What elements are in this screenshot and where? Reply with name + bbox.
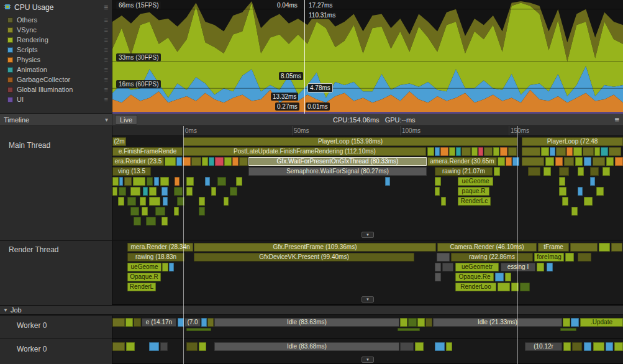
timeline-span-fragment[interactable] [522, 147, 540, 156]
timeline-span[interactable]: ueGeome [458, 177, 493, 186]
collapse-arrow-button[interactable]: ▼ [362, 357, 374, 363]
timeline-span[interactable]: Gfx.WaitForPresentOnGfxThread (80.33ms) [248, 157, 427, 166]
timeline-span-fragment[interactable] [506, 157, 512, 166]
timeline-span-fragment[interactable] [611, 243, 622, 252]
timeline-span[interactable]: essing I [501, 263, 535, 271]
legend-swatch-global-illumination[interactable] [7, 87, 13, 93]
timeline-span-fragment[interactable] [199, 197, 205, 206]
timeline-span-fragment[interactable] [142, 207, 148, 216]
timeline-span-fragment[interactable] [435, 187, 440, 196]
timeline-span-fragment[interactable] [169, 263, 174, 271]
timeline-span[interactable]: era.Render (23.5 [112, 157, 164, 166]
timeline-span[interactable]: amera.Render (30.65m [427, 157, 497, 166]
timeline-span-fragment[interactable] [415, 342, 424, 351]
legend-item-global-illumination[interactable]: Global Illumination≡ [0, 84, 112, 94]
timeline-span-fragment[interactable] [462, 147, 471, 156]
timeline-span-fragment[interactable] [112, 318, 125, 327]
timeline-span-fragment[interactable] [606, 157, 614, 166]
timeline-span-fragment[interactable] [127, 197, 136, 206]
timeline-span-fragment[interactable] [505, 273, 511, 281]
timeline-span-fragment[interactable] [160, 177, 169, 186]
timeline-span-fragment[interactable] [559, 167, 569, 176]
timeline-span-fragment[interactable] [614, 342, 623, 351]
chart-playhead[interactable] [304, 0, 305, 114]
timeline-span[interactable]: RenderLoo [455, 283, 496, 291]
timeline-span-fragment[interactable] [594, 147, 600, 156]
timeline-span-fragment[interactable] [590, 177, 595, 186]
timeline-span-fragment[interactable] [209, 157, 214, 166]
drag-handle-icon[interactable]: ≡ [104, 96, 108, 103]
timeline-span-fragment[interactable] [217, 177, 226, 186]
timeline-span-fragment[interactable] [560, 328, 576, 331]
timeline-span-fragment[interactable] [494, 167, 500, 176]
timeline-span-fragment[interactable] [596, 187, 604, 196]
timeline-span-fragment[interactable] [565, 253, 574, 262]
timeline-span[interactable]: rawing (18.83n [127, 253, 184, 262]
timeline-span-fragment[interactable] [202, 157, 208, 166]
timeline-span[interactable]: Idle (21.33ms) [433, 318, 562, 327]
timeline-span-fragment[interactable] [578, 167, 584, 176]
timeline-span-fragment[interactable] [593, 342, 604, 351]
timeline-span-fragment[interactable] [236, 177, 242, 186]
legend-item-vsync[interactable]: VSync≡ [0, 25, 112, 35]
timeline-span-fragment[interactable] [599, 243, 610, 252]
timeline-span-fragment[interactable] [199, 342, 206, 351]
timeline-span-fragment[interactable] [130, 207, 139, 216]
timeline-span[interactable]: e.FinishFrameRende [112, 147, 183, 156]
timeline-span-fragment[interactable] [545, 157, 554, 166]
timeline-span-fragment[interactable] [174, 187, 183, 196]
legend-swatch-others[interactable] [7, 17, 13, 23]
timeline-span-fragment[interactable] [615, 157, 623, 166]
timeline-span-fragment[interactable] [425, 318, 432, 327]
timeline-span[interactable]: GfxDeviceVK.Present (99.40ms) [194, 253, 414, 262]
timeline-span-fragment[interactable] [528, 167, 540, 176]
timeline-span[interactable]: (2m [112, 137, 126, 146]
timeline-span-fragment[interactable] [147, 177, 153, 186]
timeline-span-fragment[interactable] [165, 157, 176, 166]
timeline-span-fragment[interactable] [119, 177, 123, 186]
timeline-span-fragment[interactable] [146, 217, 156, 225]
timeline-span-fragment[interactable] [224, 157, 232, 166]
timeline-span-fragment[interactable] [130, 187, 140, 196]
timeline-span-fragment[interactable] [201, 318, 207, 327]
timeline-span-fragment[interactable] [191, 157, 201, 166]
timeline-span-fragment[interactable] [427, 147, 434, 156]
legend-swatch-vsync[interactable] [7, 27, 13, 33]
timeline-span-fragment[interactable] [606, 342, 613, 351]
legend-item-scripts[interactable]: Scripts≡ [0, 45, 112, 55]
timeline-span-fragment[interactable] [555, 157, 563, 166]
collapse-arrow-button[interactable]: ▼ [362, 232, 374, 238]
timeline-span-fragment[interactable] [435, 263, 441, 271]
timeline-span[interactable]: .Update [580, 318, 623, 327]
timeline-span-fragment[interactable] [601, 147, 608, 156]
legend-swatch-rendering[interactable] [7, 37, 13, 43]
timeline-span-fragment[interactable] [478, 147, 483, 156]
timeline-span-fragment[interactable] [205, 177, 210, 186]
timeline-span-fragment[interactable] [584, 342, 591, 351]
timeline-span-fragment[interactable] [232, 157, 239, 166]
cpu-usage-chart[interactable]: 66ms (15FPS)33ms (30FPS)16ms (60FPS)0.04… [112, 0, 623, 114]
collapse-arrow-button[interactable]: ▼ [362, 296, 374, 303]
view-mode-dropdown[interactable]: Timeline ▾ [0, 114, 112, 126]
job-group-header[interactable]: ▼ Job [0, 305, 623, 315]
timeline-span[interactable]: rawing (22.86ms [451, 253, 533, 262]
time-ruler[interactable]: 0ms50ms100ms150ms [112, 126, 623, 136]
timeline-span-fragment[interactable] [207, 318, 214, 327]
timeline-span-fragment[interactable] [398, 328, 420, 331]
timeline-span-fragment[interactable] [125, 318, 133, 327]
timeline-span-fragment[interactable] [563, 342, 571, 351]
legend-swatch-physics[interactable] [7, 57, 13, 63]
timeline-span-fragment[interactable] [609, 147, 621, 156]
timeline-span[interactable]: Gfx.PresentFrame (109.36ms) [194, 243, 436, 252]
timeline-span-fragment[interactable] [570, 243, 598, 252]
timeline-span-fragment[interactable] [435, 177, 441, 186]
timeline-span-fragment[interactable] [186, 328, 211, 331]
timeline-span-fragment[interactable] [471, 147, 478, 156]
timeline-span-fragment[interactable] [573, 147, 582, 156]
timeline-span-fragment[interactable] [440, 147, 448, 156]
timeline-span[interactable]: ving (13.5 [112, 167, 151, 176]
timeline-span[interactable]: PlayerLoop (153.98ms) [183, 137, 517, 146]
timeline-span[interactable]: e (14.17n [142, 318, 176, 327]
timeline-span-fragment[interactable] [417, 318, 425, 327]
timeline-span-fragment[interactable] [559, 177, 565, 186]
